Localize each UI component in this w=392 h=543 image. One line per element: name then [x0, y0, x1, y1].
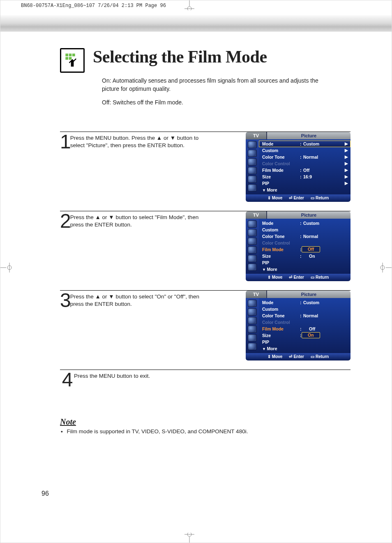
osd-tv-label: TV: [246, 132, 267, 139]
osd-screen-1: TV Picture Mode:Custom▶ Custom▶ Color To…: [246, 132, 350, 202]
osd-row-filmmode[interactable]: Film Mode:Off: [259, 326, 350, 332]
step-number: 1: [60, 133, 70, 150]
osd-list: Mode:Custom▶ Custom▶ Color Tone:Normal▶ …: [259, 139, 350, 194]
osd-row-pip[interactable]: PIP: [259, 339, 350, 345]
step-text: Press the ▲ or ▼ button to select "Film …: [70, 212, 208, 230]
osd-row-mode[interactable]: Mode:Custom: [259, 220, 350, 226]
osd-list: Mode:Custom Custom Color Tone:Normal Col…: [259, 219, 350, 274]
note-item: Film mode is supported in TV, VIDEO, S-V…: [60, 428, 350, 434]
osd-row-pip[interactable]: PIP▶: [259, 180, 350, 187]
page-number: 96: [42, 490, 49, 497]
osd-title: Picture: [267, 291, 350, 298]
page-title: Selecting the Film Mode: [93, 48, 267, 65]
step-number: 2: [60, 212, 70, 230]
osd-title: Picture: [267, 211, 350, 219]
osd-category-icons: [246, 139, 259, 194]
osd-row-colortone[interactable]: Color Tone:Normal: [259, 233, 350, 240]
step-3: 3 Press the ▲ or ▼ button to select "On"…: [60, 290, 350, 360]
header-bar: [0, 15, 392, 32]
osd-row-mode[interactable]: Mode:Custom▶: [259, 141, 350, 147]
intro-p1: On: Automatically senses and processes f…: [102, 77, 332, 93]
svg-rect-15: [65, 57, 68, 60]
osd-row-size[interactable]: Size:16:9▶: [259, 173, 350, 180]
osd-row-colorcontrol: Color Control▶: [259, 160, 350, 167]
crop-mark-bottom: [177, 533, 202, 543]
osd-row-pip[interactable]: PIP: [259, 259, 350, 266]
osd-tv-label: TV: [246, 211, 267, 219]
topic-icon: [60, 48, 85, 73]
crop-mark-left: [0, 255, 12, 280]
osd-row-mode[interactable]: Mode:Custom: [259, 299, 350, 306]
crop-mark-top: [177, 0, 202, 10]
step-number: 3: [60, 291, 70, 309]
osd-category-icons: [246, 298, 259, 353]
crop-mark-right: [380, 255, 392, 280]
osd-row-filmmode[interactable]: Film Mode:Off: [259, 246, 350, 253]
osd-list: Mode:Custom Custom Color Tone:Normal Col…: [259, 298, 350, 353]
osd-screen-3: TV Picture Mode:Custom Custom Color Tone…: [246, 291, 350, 360]
osd-tv-label: TV: [246, 291, 267, 298]
option-off[interactable]: Off: [302, 246, 320, 252]
osd-row-colorcontrol: Color Control: [259, 240, 350, 246]
note-section: Note Film mode is supported in TV, VIDEO…: [60, 417, 350, 434]
osd-row-filmmode[interactable]: Film Mode:Off▶: [259, 167, 350, 173]
osd-footer: Move Enter Return: [246, 194, 350, 202]
osd-row-size[interactable]: Size:On: [259, 253, 350, 259]
osd-category-icons: [246, 219, 259, 274]
step-4: 4 Press the MENU button to exit.: [60, 370, 350, 388]
osd-row-more[interactable]: More: [259, 266, 350, 273]
osd-row-more[interactable]: More: [259, 187, 350, 193]
osd-footer: Move Enter Return: [246, 274, 350, 281]
intro-text: On: Automatically senses and processes f…: [102, 77, 332, 107]
step-2: 2 Press the ▲ or ▼ button to select "Fil…: [60, 211, 350, 281]
intro-p2: Off: Switches off the Film mode.: [102, 99, 332, 107]
osd-title: Picture: [267, 132, 350, 139]
step-text: Press the MENU button to exit.: [74, 371, 150, 388]
step-number: 4: [60, 371, 74, 388]
option-off[interactable]: Off: [303, 326, 321, 331]
step-text: Press the ▲ or ▼ button to select "On" o…: [70, 291, 208, 309]
osd-row-colorcontrol: Color Control: [259, 319, 350, 326]
osd-row-colortone[interactable]: Color Tone:Normal▶: [259, 154, 350, 160]
option-on[interactable]: On: [303, 254, 321, 259]
osd-row-custom[interactable]: Custom: [259, 306, 350, 312]
svg-rect-12: [65, 53, 68, 56]
osd-row-more[interactable]: More: [259, 345, 350, 352]
osd-row-colortone[interactable]: Color Tone:Normal: [259, 312, 350, 319]
svg-rect-14: [72, 53, 75, 56]
osd-row-size[interactable]: Size:On: [259, 332, 350, 339]
osd-screen-2: TV Picture Mode:Custom Custom Color Tone…: [246, 211, 350, 281]
steps: 1 Press the MENU button. Press the ▲ or …: [60, 132, 350, 388]
svg-rect-16: [69, 57, 72, 60]
osd-row-custom[interactable]: Custom▶: [259, 147, 350, 154]
svg-rect-13: [69, 53, 72, 56]
step-1: 1 Press the MENU button. Press the ▲ or …: [60, 132, 350, 202]
osd-row-custom[interactable]: Custom: [259, 226, 350, 233]
note-heading: Note: [60, 417, 350, 427]
option-on[interactable]: On: [302, 332, 320, 338]
osd-footer: Move Enter Return: [246, 353, 350, 360]
step-text: Press the MENU button. Press the ▲ or ▼ …: [70, 133, 208, 150]
